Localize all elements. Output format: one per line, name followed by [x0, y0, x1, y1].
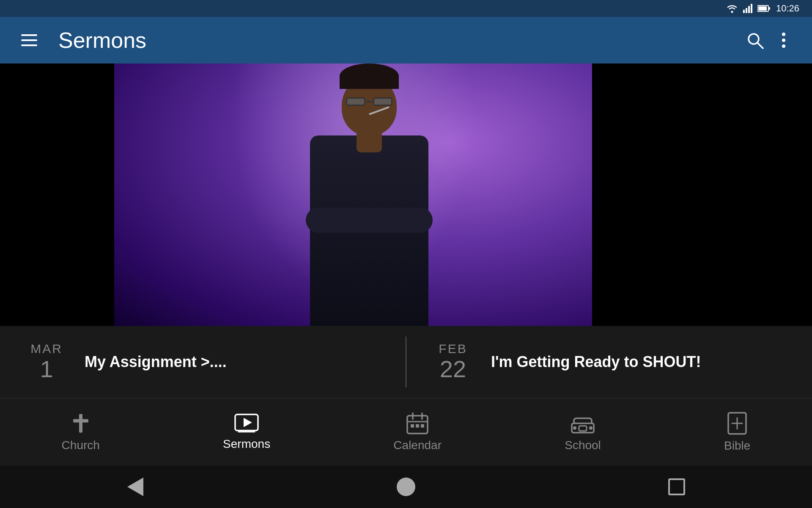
svg-rect-3: [748, 6, 750, 13]
system-navigation-bar: [0, 466, 812, 508]
battery-icon: [757, 5, 771, 12]
svg-point-0: [731, 11, 733, 13]
hero-right-overlay: [592, 64, 812, 326]
svg-rect-7: [769, 7, 770, 10]
search-button[interactable]: [738, 27, 772, 53]
svg-rect-24: [421, 424, 424, 428]
sermon-month-left: MAR: [30, 342, 63, 356]
app-title: Sermons: [58, 28, 738, 53]
status-bar: 10:26: [0, 0, 812, 17]
back-button[interactable]: [121, 472, 150, 502]
sermon-day-left: 1: [40, 356, 53, 382]
menu-button[interactable]: [17, 30, 41, 50]
sermon-item-right[interactable]: FEB 22 I'm Getting Ready to SHOUT!: [432, 342, 787, 382]
svg-point-10: [782, 33, 785, 36]
svg-rect-6: [758, 6, 767, 11]
nav-item-church[interactable]: Church: [45, 408, 117, 456]
sermon-date-right: FEB 22: [432, 342, 474, 382]
school-icon: [571, 412, 595, 434]
sermon-title-left: My Assignment >....: [85, 353, 227, 371]
svg-rect-1: [743, 10, 745, 13]
nav-label-sermons: Sermons: [223, 437, 270, 451]
sermon-list-row: MAR 1 My Assignment >.... FEB 22 I'm Get…: [0, 326, 812, 398]
svg-point-28: [589, 426, 593, 430]
status-time: 10:26: [776, 3, 799, 14]
svg-rect-22: [411, 424, 414, 428]
sermon-item-left[interactable]: MAR 1 My Assignment >....: [25, 342, 380, 382]
nav-item-bible[interactable]: Bible: [707, 408, 767, 457]
svg-rect-26: [579, 426, 587, 431]
recent-apps-button[interactable]: [662, 472, 691, 502]
status-icons: 10:26: [726, 3, 799, 14]
svg-point-27: [573, 426, 576, 430]
nav-item-school[interactable]: School: [548, 408, 618, 456]
app-bar: Sermons: [0, 17, 812, 64]
svg-rect-4: [751, 4, 752, 13]
svg-rect-2: [746, 8, 747, 13]
bible-icon: [727, 412, 747, 435]
hero-video-area[interactable]: [0, 64, 812, 326]
signal-icon: [743, 4, 752, 13]
nav-label-calendar: Calendar: [393, 439, 442, 452]
nav-label-school: School: [565, 439, 601, 452]
cross-icon: [70, 412, 92, 434]
hero-left-overlay: [0, 64, 114, 326]
sermon-date-left: MAR 1: [25, 342, 68, 382]
svg-marker-16: [244, 418, 252, 427]
wifi-icon: [726, 4, 738, 13]
sermon-month-right: FEB: [439, 342, 467, 356]
more-options-button[interactable]: [772, 27, 795, 53]
svg-point-11: [782, 39, 785, 42]
sermon-day-right: 22: [440, 356, 466, 382]
sermon-title-right: I'm Getting Ready to SHOUT!: [491, 353, 701, 371]
sermon-divider: [406, 337, 406, 387]
nav-label-bible: Bible: [724, 439, 750, 453]
nav-item-calendar[interactable]: Calendar: [376, 408, 458, 456]
svg-rect-23: [416, 424, 419, 428]
svg-rect-13: [79, 414, 82, 433]
svg-point-12: [782, 44, 785, 48]
nav-label-church: Church: [62, 439, 100, 452]
video-play-icon: [234, 414, 259, 433]
bottom-navigation: Church Sermons Calendar: [0, 398, 812, 466]
hero-image: [114, 64, 592, 326]
home-button[interactable]: [391, 472, 421, 502]
calendar-icon: [406, 412, 428, 434]
nav-item-sermons[interactable]: Sermons: [206, 409, 287, 455]
svg-rect-14: [73, 419, 88, 422]
svg-line-9: [757, 43, 763, 48]
